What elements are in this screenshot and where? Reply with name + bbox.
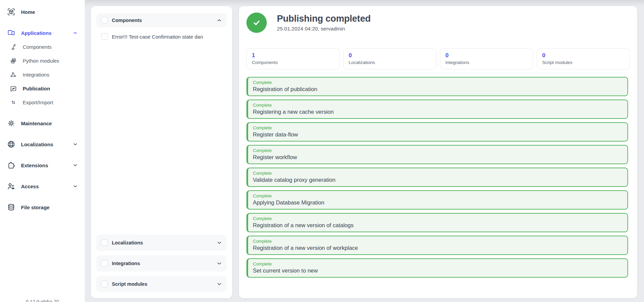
stat-card-components[interactable]: 1 Components [246, 48, 340, 69]
step-validate-catalog-proxy-generation: Complete Validate catalog proxy generati… [246, 168, 628, 187]
script-modules-checkbox[interactable] [101, 281, 108, 287]
chevron-down-icon[interactable] [216, 240, 222, 246]
home-cube-icon [7, 7, 16, 16]
app-version: 0.12.0-alpha.70 [0, 299, 85, 302]
sidebar-item-label: Localizations [21, 142, 53, 147]
step-status-badge: Complete [253, 171, 623, 176]
step-status-badge: Complete [253, 125, 623, 130]
sidebar-item-label: Export/Import [23, 100, 53, 105]
sidebar-item-file-storage[interactable]: File storage [0, 200, 85, 214]
filter-section-localizations[interactable]: Localizations [96, 235, 227, 251]
component-item-checkbox[interactable] [101, 33, 108, 40]
stat-label: Components [252, 60, 334, 65]
sidebar-item-access[interactable]: Access [0, 179, 85, 193]
step-status-badge: Complete [253, 148, 623, 153]
step-registration-of-publication: Complete Registration of publication [246, 77, 628, 96]
sidebar-item-label: Components [23, 44, 52, 50]
sidebar: Home Applications Components [0, 0, 85, 302]
chevron-down-icon [73, 163, 78, 168]
gear-icon [7, 119, 16, 128]
step-registration-new-version-catalogs: Complete Registration of a new version o… [246, 213, 628, 232]
chevron-down-icon[interactable] [216, 281, 222, 287]
step-status-badge: Complete [253, 239, 623, 244]
step-status-badge: Complete [253, 216, 623, 221]
filter-section-script-modules[interactable]: Script modules [96, 276, 227, 292]
sidebar-item-extensions[interactable]: Extensions [0, 158, 85, 172]
publication-meta: 25.01.2024 04:20, servadmin [277, 26, 371, 32]
filter-section-components[interactable]: Components [96, 13, 227, 27]
page-title: Publishing completed [277, 14, 371, 24]
stat-value: 0 [542, 52, 625, 59]
export-import-arrows-icon [10, 99, 17, 106]
component-list-item[interactable]: Error!!! Test-case Confirmation state da… [96, 33, 227, 40]
globe-icon [7, 140, 16, 149]
content-area: Components Error!!! Test-case Confirmati… [85, 0, 644, 302]
chevron-down-icon[interactable] [216, 260, 222, 266]
publication-filter-panel: Components Error!!! Test-case Confirmati… [91, 6, 232, 298]
section-label: Integrations [112, 261, 140, 266]
section-label: Components [112, 18, 142, 23]
chevron-down-icon [73, 142, 78, 147]
stat-value: 0 [445, 52, 528, 59]
section-label: Localizations [112, 240, 143, 245]
step-status-badge: Complete [253, 193, 623, 198]
stat-card-localizations[interactable]: 0 Localizations [343, 48, 437, 69]
step-status-badge: Complete [253, 261, 623, 266]
applications-icon [7, 28, 16, 37]
sidebar-item-label: Home [21, 9, 35, 15]
chevron-up-icon[interactable] [216, 17, 222, 23]
step-name: Registration of a new version of workpla… [253, 245, 623, 251]
stat-label: Localizations [349, 60, 431, 65]
step-registration-new-version-workplace: Complete Registration of a new version o… [246, 236, 628, 255]
publication-steps-list: Complete Registration of publication Com… [246, 77, 628, 278]
publication-header: Publishing completed 25.01.2024 04:20, s… [246, 13, 630, 33]
components-checkbox[interactable] [101, 17, 108, 24]
step-name: Registration of publication [253, 86, 623, 92]
filter-section-integrations[interactable]: Integrations [96, 255, 227, 272]
stat-value: 0 [349, 52, 431, 59]
sidebar-item-maintenance[interactable]: Maintenance [0, 116, 85, 130]
sidebar-item-export-import[interactable]: Export/Import [0, 95, 85, 109]
step-register-data-flow: Complete Register data-flow [246, 122, 628, 142]
localizations-checkbox[interactable] [101, 239, 108, 246]
sidebar-item-integrations[interactable]: Integrations [0, 68, 85, 82]
robot-arm-icon [10, 43, 17, 50]
sidebar-item-label: Extensions [21, 163, 48, 168]
sidebar-item-label: Python modules [23, 58, 59, 64]
step-set-current-version-to-new: Complete Set current version to new [246, 258, 628, 278]
collapsed-sections: Localizations Integrations Script module… [96, 235, 227, 292]
step-register-workflow: Complete Register workflow [246, 145, 628, 164]
step-status-badge: Complete [253, 103, 623, 108]
sidebar-item-python-modules[interactable]: Python modules [0, 54, 85, 68]
publication-pen-icon [10, 85, 17, 92]
database-icon [7, 203, 16, 212]
sidebar-item-localizations[interactable]: Localizations [0, 137, 85, 151]
people-icon [7, 182, 16, 191]
stat-label: Integrations [445, 60, 528, 65]
step-applying-database-migration: Complete Applying Database Migration [246, 190, 628, 210]
integrations-checkbox[interactable] [101, 260, 108, 267]
sidebar-item-applications[interactable]: Applications [0, 26, 85, 40]
section-label: Script modules [112, 281, 147, 287]
step-name: Validate catalog proxy generation [253, 177, 623, 183]
step-name: Set current version to new [253, 267, 623, 274]
sidebar-item-label: Applications [21, 30, 52, 36]
component-item-label: Error!!! Test-case Confirmation state da… [112, 34, 203, 40]
sidebar-item-label: Integrations [23, 72, 49, 78]
sidebar-item-label: Access [21, 184, 39, 189]
step-name: Registration of a new version of catalog… [253, 222, 623, 229]
sidebar-item-components[interactable]: Components [0, 40, 85, 54]
chevron-up-icon [73, 30, 78, 36]
stat-value: 1 [252, 52, 334, 59]
stat-card-integrations[interactable]: 0 Integrations [440, 48, 533, 69]
puzzle-icon [7, 161, 16, 170]
step-name: Registering a new cache version [253, 109, 623, 115]
python-icon [10, 57, 17, 64]
step-status-badge: Complete [253, 80, 623, 85]
stat-card-script-modules[interactable]: 0 Script modules [537, 48, 630, 69]
sidebar-item-publication[interactable]: Publication [0, 82, 85, 95]
sidebar-item-home[interactable]: Home [0, 5, 85, 19]
chevron-down-icon [73, 184, 78, 189]
filter-panel-spacer [96, 40, 227, 235]
stats-row: 1 Components 0 Localizations 0 Integrati… [246, 48, 630, 69]
